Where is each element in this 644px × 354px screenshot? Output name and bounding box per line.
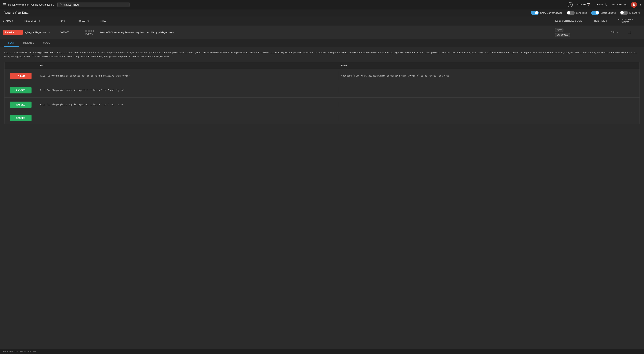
impact-dots-row xyxy=(85,30,94,32)
col-header-controls-viewed: 0/21 Controls Viewed xyxy=(618,18,641,24)
test-result-row-4: PASSED xyxy=(4,112,640,124)
col-header-impact[interactable]: Impact ⇅ xyxy=(78,18,100,24)
test-status-cell-3: PASSED xyxy=(4,99,37,111)
col-header-result-set[interactable]: Result Set ⇅ xyxy=(24,18,60,24)
test-content-cell-3: File /var/log/nginx group is expected to… xyxy=(37,100,338,109)
col-header-controls: 800-53 Controls & CCIs xyxy=(555,18,594,24)
subheader: Results View Data Show Only Unviewed Syn… xyxy=(0,9,644,16)
test-passed-button-2[interactable]: PASSED xyxy=(10,102,32,108)
page-title: Results View Data xyxy=(4,11,28,14)
control-badge-au9[interactable]: AU-9 xyxy=(555,28,564,32)
impact-label: MEDIUM xyxy=(85,33,93,35)
tab-test[interactable]: TEST xyxy=(4,39,19,47)
impact-dot-1 xyxy=(85,30,87,32)
user-avatar-icon xyxy=(632,3,636,6)
footer-text: The MITRE Corporation © 2018-2022 xyxy=(3,350,36,352)
test-description: Log data is essential in the investigati… xyxy=(4,50,640,58)
controls-viewed-checkbox[interactable] xyxy=(628,31,631,34)
title-cell: Web NGINX server log files must only be … xyxy=(100,31,555,34)
test-passed-button-1[interactable]: PASSED xyxy=(10,87,32,94)
tabs-bar: TEST DETAILS CODE xyxy=(0,39,644,47)
test-result-cell-2 xyxy=(338,87,640,93)
menu-icon[interactable] xyxy=(3,4,6,6)
col-header-status[interactable]: Status ⇅ xyxy=(3,18,24,24)
search-bar[interactable] xyxy=(58,2,130,7)
load-button[interactable]: LOAD xyxy=(594,2,608,7)
checkbox-cell xyxy=(618,31,641,34)
clear-button[interactable]: CLEAR xyxy=(576,2,592,7)
export-button[interactable]: EXPORT xyxy=(611,2,628,7)
status-chevron-icon: ▾ xyxy=(13,31,14,33)
avatar-chevron[interactable]: ▾ xyxy=(640,3,641,6)
tab-details[interactable]: DETAILS xyxy=(19,39,39,47)
impact-dot-2 xyxy=(88,30,90,32)
results-col-result-header: Result xyxy=(338,62,640,68)
impact-dot-3 xyxy=(91,30,94,32)
test-status-cell-4: PASSED xyxy=(4,112,37,124)
impact-cell: MEDIUM xyxy=(78,30,100,35)
content-area: Log data is essential in the investigati… xyxy=(0,47,644,349)
test-passed-button-3[interactable]: PASSED xyxy=(10,115,32,121)
col-header-title: Title xyxy=(100,18,555,24)
test-failed-button[interactable]: FAILED xyxy=(10,73,32,79)
toggle-sync-tabs-switch[interactable] xyxy=(567,11,575,15)
id-cell: V-41670 xyxy=(60,31,78,34)
svg-line-1 xyxy=(61,5,62,6)
toggle-show-only-unviewed: Show Only Unviewed xyxy=(531,11,562,15)
topbar-title: Result View (nginx_vanilla_results.json.… xyxy=(8,3,54,6)
toggle-single-expand: Single Expand xyxy=(591,11,616,15)
test-status-cell-2: PASSED xyxy=(4,84,37,96)
toggle-expand-all-label: Expand All xyxy=(630,12,640,14)
table-header: Status ⇅ Result Set ⇅ ID ⇅ Impact ⇅ Titl… xyxy=(0,16,644,26)
col-header-runtime[interactable]: Run Time ⇅ xyxy=(594,18,618,24)
sort-icon-id: ⇅ xyxy=(64,20,65,22)
test-status-cell-1: FAILED xyxy=(4,70,37,82)
sort-icon-runtime: ⇅ xyxy=(606,20,607,22)
runtime-cell: 0.341s xyxy=(594,31,618,34)
search-icon xyxy=(60,3,62,6)
toggle-single-expand-switch[interactable] xyxy=(591,11,599,15)
toggle-single-expand-label: Single Expand xyxy=(600,12,616,14)
test-result-row-1: FAILED File /var/log/nginx is expected n… xyxy=(4,69,640,83)
results-col-test-header: Test xyxy=(37,62,338,68)
sort-icon-result-set: ⇅ xyxy=(38,20,40,22)
svg-point-7 xyxy=(633,3,635,5)
test-result-cell-1: expected `File /var/log/nginx.more_permi… xyxy=(338,71,640,80)
search-input[interactable] xyxy=(64,3,128,6)
topbar: Result View (nginx_vanilla_results.json.… xyxy=(0,0,644,9)
control-badge-cci[interactable]: CCI-000162 xyxy=(555,33,570,37)
toggle-show-only-unviewed-switch[interactable] xyxy=(531,11,539,15)
results-col-status-header xyxy=(4,62,37,68)
test-result-cell-4 xyxy=(338,115,640,121)
footer: The MITRE Corporation © 2018-2022 xyxy=(0,349,644,354)
controls-cell: AU-9 CCI-000162 xyxy=(555,28,594,37)
test-result-row-2: PASSED File /var/log/nginx owner is expe… xyxy=(4,83,640,98)
help-button[interactable]: ? xyxy=(568,2,573,7)
toggle-expand-all-switch[interactable] xyxy=(620,11,628,15)
test-results-table: Test Result FAILED File /var/log/nginx i… xyxy=(4,62,640,124)
test-results-header: Test Result xyxy=(4,62,640,69)
test-content-cell-4 xyxy=(37,115,338,121)
status-badge[interactable]: Failed ▾ xyxy=(3,30,23,35)
toggle-sync-tabs: Sync Tabs xyxy=(567,11,587,15)
toggle-sync-tabs-label: Sync Tabs xyxy=(576,12,587,14)
test-result-row-3: PASSED File /var/log/nginx group is expe… xyxy=(4,98,640,112)
table-row: Failed ▾ nginx_vanilla_results.json V-41… xyxy=(0,26,644,39)
status-cell: Failed ▾ xyxy=(3,30,24,35)
topbar-actions: ? CLEAR LOAD EXPORT ▾ xyxy=(568,2,641,8)
toggle-expand-all: Expand All xyxy=(620,11,640,15)
test-content-cell-1: File /var/log/nginx is expected not to b… xyxy=(37,71,338,80)
col-header-id[interactable]: ID ⇅ xyxy=(60,18,78,24)
filter-x-icon xyxy=(587,3,590,6)
test-result-cell-3 xyxy=(338,102,640,108)
tab-code[interactable]: CODE xyxy=(39,39,55,47)
sort-icon-impact: ⇅ xyxy=(87,20,89,22)
upload-icon xyxy=(604,3,607,6)
avatar[interactable] xyxy=(631,2,637,8)
result-set-cell: nginx_vanilla_results.json xyxy=(24,31,60,34)
toggle-group: Show Only Unviewed Sync Tabs Single Expa… xyxy=(531,11,640,15)
test-content-cell-2: File /var/log/nginx owner is expected to… xyxy=(37,86,338,95)
sort-icon-status: ⇅ xyxy=(12,20,13,22)
toggle-show-only-unviewed-label: Show Only Unviewed xyxy=(540,12,562,14)
svg-point-0 xyxy=(60,4,62,5)
